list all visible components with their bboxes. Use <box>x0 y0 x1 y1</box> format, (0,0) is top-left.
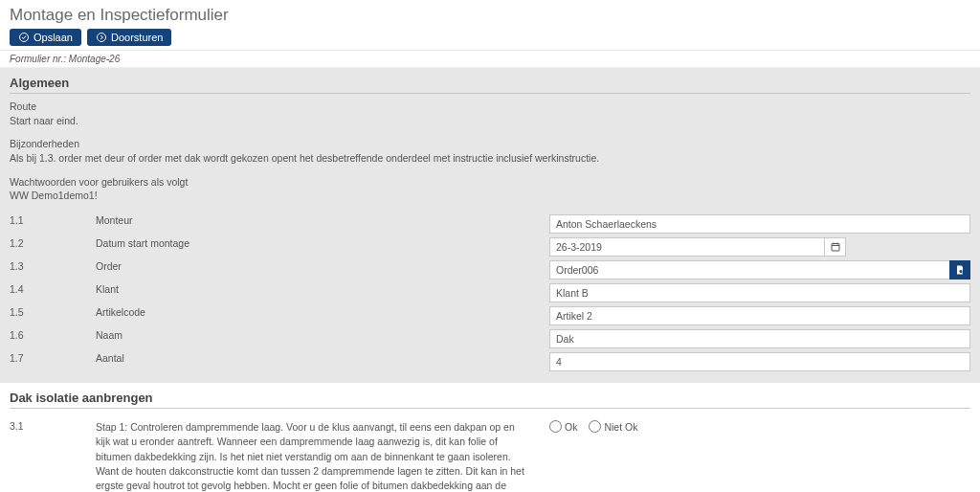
svg-point-1 <box>97 34 105 42</box>
section-dak-title: Dak isolatie aanbrengen <box>10 391 970 409</box>
row-num: 1.3 <box>10 260 96 272</box>
row-label: Aantal <box>96 352 549 364</box>
step-3-1: 3.1 Stap 1: Controleren dampremmende laa… <box>10 414 970 492</box>
row-naam: 1.6 Naam <box>10 327 970 350</box>
klant-input[interactable] <box>549 283 970 302</box>
ww-label: Wachtwoorden voor gebruikers als volgt <box>10 175 970 190</box>
monteur-input[interactable] <box>549 214 970 234</box>
row-datum: 1.2 Datum start montage <box>10 235 970 258</box>
row-label: Datum start montage <box>96 237 549 249</box>
forward-button-label: Doorsturen <box>111 32 163 43</box>
row-label: Naam <box>96 329 549 341</box>
bijz-text: Als bij 1.3. order met deur of order met… <box>10 151 970 166</box>
svg-point-0 <box>20 34 29 42</box>
calendar-icon[interactable] <box>825 237 846 257</box>
row-label: Artikelcode <box>96 306 549 318</box>
row-order: 1.3 Order <box>10 258 970 281</box>
row-label: Monteur <box>96 214 549 226</box>
row-klant: 1.4 Klant <box>10 281 970 304</box>
datum-input[interactable] <box>549 237 825 257</box>
row-monteur: 1.1 Monteur <box>10 212 970 235</box>
save-button-label: Opslaan <box>33 32 73 43</box>
row-num: 1.7 <box>10 352 96 364</box>
step-text: Stap 1: Controleren dampremmende laag. V… <box>96 420 549 492</box>
order-input[interactable] <box>549 260 970 280</box>
artikelcode-input[interactable] <box>549 306 970 325</box>
nok-label: Niet Ok <box>604 421 637 433</box>
svg-rect-2 <box>832 244 839 252</box>
row-num: 1.2 <box>10 237 96 249</box>
section-general: Algemeen Route Start naar eind. Bijzonde… <box>0 68 980 383</box>
ww-text: WW Demo1demo1! <box>10 189 970 203</box>
bijz-label: Bijzonderheden <box>10 137 970 151</box>
aantal-input[interactable] <box>549 352 970 371</box>
forward-button[interactable]: Doorsturen <box>87 29 171 46</box>
ok-label: Ok <box>565 421 577 433</box>
naam-input[interactable] <box>549 329 970 348</box>
forward-arrow-icon <box>96 32 107 43</box>
row-artikelcode: 1.5 Artikelcode <box>10 304 970 327</box>
row-num: 1.5 <box>10 306 96 318</box>
ok-radio[interactable]: Ok <box>549 420 577 433</box>
route-text: Start naar eind. <box>10 114 970 128</box>
step-num: 3.1 <box>10 420 96 432</box>
section-general-title: Algemeen <box>10 76 970 94</box>
lookup-icon[interactable] <box>949 260 970 280</box>
route-label: Route <box>10 100 970 114</box>
nok-radio[interactable]: Niet Ok <box>589 420 637 433</box>
step-3-1-radios: Ok Niet Ok <box>549 420 970 433</box>
check-circle-icon <box>18 32 30 43</box>
row-label: Klant <box>96 283 549 295</box>
intro-block: Route Start naar eind. Bijzonderheden Al… <box>10 100 970 203</box>
toolbar: Opslaan Doorsturen <box>10 29 970 46</box>
row-aantal: 1.7 Aantal <box>10 350 970 373</box>
row-num: 1.6 <box>10 329 96 341</box>
section-dak: Dak isolatie aanbrengen 3.1 Stap 1: Cont… <box>0 383 980 492</box>
form-number: Formulier nr.: Montage-26 <box>0 51 980 68</box>
row-label: Order <box>96 260 549 272</box>
page-title: Montage en Inspectieformulier <box>10 6 970 25</box>
save-button[interactable]: Opslaan <box>10 29 81 46</box>
row-num: 1.1 <box>10 214 96 226</box>
row-num: 1.4 <box>10 283 96 295</box>
